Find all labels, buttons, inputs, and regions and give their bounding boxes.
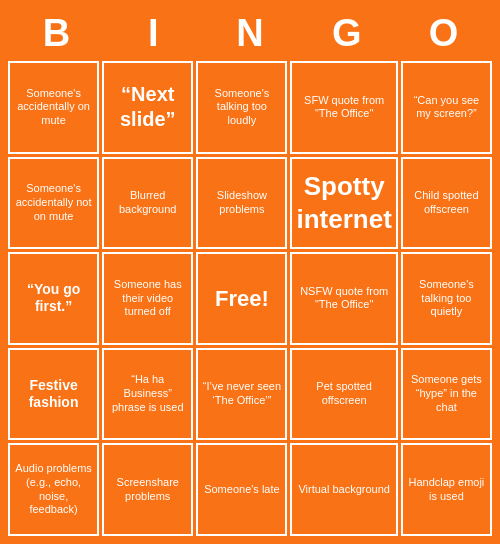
bingo-cell-15[interactable]: Festive fashion bbox=[8, 348, 99, 441]
bingo-cell-5[interactable]: Someone's accidentally not on mute bbox=[8, 157, 99, 250]
bingo-cell-0[interactable]: Someone's accidentally on mute bbox=[8, 61, 99, 154]
bingo-cell-1[interactable]: “Next slide” bbox=[102, 61, 193, 154]
bingo-cell-23[interactable]: Virtual background bbox=[290, 443, 397, 536]
bingo-cell-6[interactable]: Blurred background bbox=[102, 157, 193, 250]
bingo-cell-18[interactable]: Pet spotted offscreen bbox=[290, 348, 397, 441]
bingo-cell-13[interactable]: NSFW quote from "The Office" bbox=[290, 252, 397, 345]
bingo-cell-7[interactable]: Slideshow problems bbox=[196, 157, 287, 250]
bingo-cell-21[interactable]: Screenshare problems bbox=[102, 443, 193, 536]
letter-b: B bbox=[16, 12, 96, 55]
bingo-cell-11[interactable]: Someone has their video turned off bbox=[102, 252, 193, 345]
letter-g: G bbox=[307, 12, 387, 55]
bingo-cell-16[interactable]: “Ha ha Business” phrase is used bbox=[102, 348, 193, 441]
bingo-cell-3[interactable]: SFW quote from "The Office" bbox=[290, 61, 397, 154]
bingo-cell-22[interactable]: Someone's late bbox=[196, 443, 287, 536]
bingo-cell-10[interactable]: “You go first.” bbox=[8, 252, 99, 345]
bingo-cell-12[interactable]: Free! bbox=[196, 252, 287, 345]
bingo-cell-9[interactable]: Child spotted offscreen bbox=[401, 157, 492, 250]
bingo-cell-4[interactable]: “Can you see my screen?” bbox=[401, 61, 492, 154]
bingo-cell-17[interactable]: “I’ve never seen ‘The Office’” bbox=[196, 348, 287, 441]
bingo-cell-24[interactable]: Handclap emoji is used bbox=[401, 443, 492, 536]
letter-o: O bbox=[404, 12, 484, 55]
bingo-cell-8[interactable]: Spotty internet bbox=[290, 157, 397, 250]
bingo-grid: Someone's accidentally on mute“Next slid… bbox=[8, 61, 492, 536]
bingo-cell-19[interactable]: Someone gets “hype” in the chat bbox=[401, 348, 492, 441]
bingo-cell-20[interactable]: Audio problems (e.g., echo, noise, feedb… bbox=[8, 443, 99, 536]
bingo-cell-2[interactable]: Someone's talking too loudly bbox=[196, 61, 287, 154]
bingo-cell-14[interactable]: Someone's talking too quietly bbox=[401, 252, 492, 345]
letter-i: I bbox=[113, 12, 193, 55]
bingo-title: B I N G O bbox=[8, 8, 492, 61]
letter-n: N bbox=[210, 12, 290, 55]
